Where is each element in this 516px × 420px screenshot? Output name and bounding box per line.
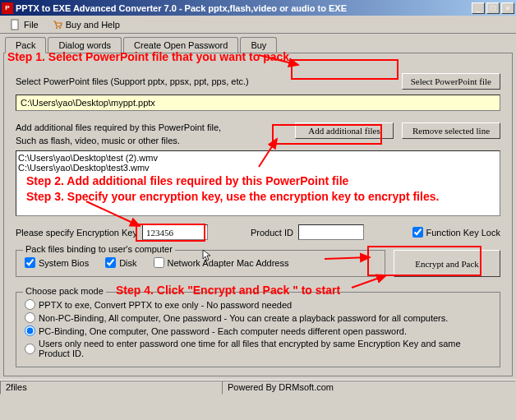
- bind-mac-input[interactable]: [154, 257, 164, 268]
- status-left: 2files: [0, 381, 222, 395]
- mode-one-time[interactable]: Users only need to enter password one ti…: [25, 339, 491, 358]
- bind-mac-checkbox[interactable]: Network Adapter Mac Address: [154, 257, 289, 268]
- menu-file[interactable]: File: [3, 17, 45, 32]
- binding-group-title: Pack files binding to user's computer: [23, 244, 175, 254]
- bind-sysbios-checkbox[interactable]: System Bios: [25, 257, 89, 268]
- titlebar: P PPTX to EXE Advanced Converter 7.0 - P…: [0, 0, 516, 16]
- app-icon: P: [2, 2, 13, 14]
- close-button[interactable]: ×: [501, 2, 514, 14]
- tab-content-pack: Step 1. Select PowerPoint file that you …: [3, 53, 513, 376]
- function-key-lock-label: Function Key Lock: [426, 228, 501, 238]
- statusbar: 2files Powered By DRMsoft.com: [0, 380, 516, 395]
- function-key-lock-checkbox[interactable]: Function Key Lock: [412, 227, 501, 238]
- annotation-step2: Step 2. Add additional files required by…: [26, 174, 348, 187]
- window-title: PPTX to EXE Advanced Converter 7.0 - Pac…: [16, 3, 470, 13]
- tab-buy[interactable]: Buy: [240, 37, 277, 53]
- status-right: Powered By DRMsoft.com: [222, 381, 516, 395]
- encryption-key-label: Please specify Encryption Key: [16, 228, 137, 238]
- mode-pc-binding[interactable]: PC-Binding, One computer, One password -…: [25, 325, 491, 336]
- tab-row: Pack Dialog words Create Open Password B…: [0, 36, 516, 53]
- svg-line-3: [259, 55, 298, 65]
- menu-file-label: File: [24, 20, 39, 30]
- tab-create-password[interactable]: Create Open Password: [123, 37, 238, 53]
- encrypt-pack-button[interactable]: Encrypt and Pack: [394, 250, 500, 277]
- svg-point-1: [56, 27, 58, 29]
- bind-sysbios-input[interactable]: [25, 257, 35, 268]
- annotation-step3: Step 3. Specify your encryption key, use…: [26, 190, 486, 203]
- mode-group-title: Choose pack mode: [23, 286, 106, 296]
- add-files-label2: Such as flash, video, music or other fil…: [16, 136, 295, 145]
- svg-point-2: [59, 27, 61, 29]
- menu-buy-help[interactable]: Buy and Help: [45, 17, 127, 32]
- list-item[interactable]: C:\Users\yao\Desktop\test (2).wmv: [18, 153, 498, 163]
- cart-icon: [52, 19, 63, 30]
- ppt-path-display: C:\Users\yao\Desktop\myppt.pptx: [16, 95, 500, 111]
- annotation-step1: Step 1. Select PowerPoint file that you …: [7, 50, 293, 63]
- bind-disk-checkbox[interactable]: Disk: [105, 257, 136, 268]
- product-id-label: Product ID: [251, 228, 293, 238]
- select-ppt-label: Select PowerPoint files (Support pptx, p…: [16, 76, 402, 86]
- add-files-button[interactable]: Add additional files: [295, 122, 394, 139]
- remove-line-button[interactable]: Remove selected line: [402, 122, 500, 139]
- maximize-button[interactable]: □: [486, 2, 500, 14]
- svg-line-7: [352, 275, 386, 288]
- tab-dialog-words[interactable]: Dialog words: [48, 37, 122, 53]
- bind-disk-input[interactable]: [105, 257, 116, 268]
- additional-files-list[interactable]: C:\Users\yao\Desktop\test (2).wmv C:\Use…: [16, 150, 500, 216]
- select-ppt-button[interactable]: Select PowerPoint file: [402, 73, 500, 90]
- add-files-label1: Add additional files required by this Po…: [16, 122, 295, 132]
- mode-group: Choose pack mode PPTX to exe, Convert PP…: [16, 292, 500, 367]
- mode-non-pc-binding[interactable]: Non-PC-Binding, All computer, One passwo…: [25, 312, 491, 323]
- binding-group: Pack files binding to user's computer Sy…: [16, 250, 385, 277]
- menu-buyhelp-label: Buy and Help: [66, 20, 120, 30]
- encryption-key-input[interactable]: [142, 224, 208, 240]
- tab-pack[interactable]: Pack: [5, 37, 46, 53]
- menubar: File Buy and Help: [0, 16, 516, 34]
- list-item[interactable]: C:\Users\yao\Desktop\test3.wmv: [18, 163, 498, 173]
- minimize-button[interactable]: _: [472, 2, 485, 14]
- product-id-input[interactable]: [298, 224, 364, 240]
- mode-pptx-exe[interactable]: PPTX to exe, Convert PPTX to exe only - …: [25, 299, 491, 310]
- file-icon: [10, 19, 21, 30]
- function-key-lock-input[interactable]: [412, 227, 423, 238]
